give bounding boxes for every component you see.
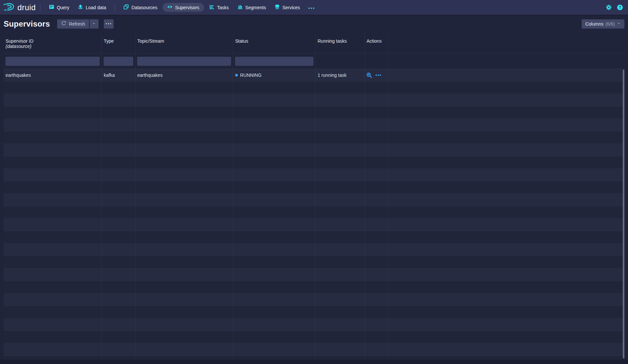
table-row-empty (4, 94, 624, 106)
cell-empty (316, 331, 365, 343)
column-header-actions[interactable]: Actions (365, 33, 388, 53)
cell-empty (102, 181, 135, 193)
cell-empty (316, 293, 365, 306)
vertical-scrollbar-thumb[interactable] (623, 70, 624, 358)
cell-empty (135, 318, 233, 331)
filter-status-input[interactable] (235, 56, 314, 66)
cell-empty (102, 268, 135, 281)
cell-empty (316, 131, 365, 143)
cell-empty (365, 268, 388, 281)
cell-empty-filler (388, 131, 624, 143)
cell-empty (102, 256, 135, 268)
cell-empty (233, 81, 316, 94)
search-detail-icon[interactable] (366, 72, 372, 78)
cell-empty (233, 231, 316, 243)
cell-empty (316, 119, 365, 131)
column-header-topic-stream[interactable]: Topic/Stream (135, 33, 233, 53)
cell-filler (388, 69, 624, 81)
cell-empty (4, 94, 102, 106)
columns-count: (6/6) (605, 21, 615, 27)
cell-empty (102, 144, 135, 156)
columns-dropdown-button[interactable]: Columns (6/6) (582, 19, 624, 29)
cell-empty (316, 144, 365, 156)
druid-logo[interactable]: druid (3, 2, 36, 13)
cell-empty (233, 156, 316, 168)
cell-empty (316, 181, 365, 193)
cell-empty (135, 293, 233, 306)
cell-empty-filler (388, 94, 624, 106)
more-actions-button[interactable]: ••• (104, 19, 114, 29)
cell-empty (316, 156, 365, 168)
column-header-status[interactable]: Status (233, 33, 316, 53)
settings-gear-icon[interactable] (606, 4, 612, 11)
row-more-actions-icon[interactable]: ••• (375, 73, 382, 77)
cell-empty (135, 156, 233, 168)
filter-cell (316, 54, 365, 69)
cell-empty (365, 244, 388, 256)
cell-empty-filler (388, 156, 624, 168)
cell-empty (135, 119, 233, 131)
table-row-empty (4, 144, 624, 156)
navbar-divider (115, 4, 115, 11)
cell-empty (102, 306, 135, 318)
cell-empty (135, 343, 233, 355)
navbar-more-menu[interactable] (304, 0, 319, 15)
cell-empty (4, 281, 102, 293)
column-header-type[interactable]: Type (102, 33, 135, 53)
refresh-icon (61, 21, 66, 27)
cell-empty (102, 169, 135, 181)
cell-empty (4, 231, 102, 243)
cell-empty (365, 318, 388, 331)
cell-empty (233, 219, 316, 231)
cell-empty (365, 194, 388, 206)
column-header-supervisor-id[interactable]: Supervisor ID (datasource) (4, 33, 102, 53)
cell-empty (233, 206, 316, 218)
nav-item-query[interactable]: Query (45, 0, 74, 15)
cell-empty-filler (388, 81, 624, 94)
cell-empty (4, 343, 102, 355)
supervisors-view: Supervisors Refresh ••• Columns (6/6) (0, 15, 628, 360)
help-icon[interactable]: ? (617, 4, 623, 11)
table-row-empty (4, 181, 624, 194)
nav-item-tasks[interactable]: Tasks (205, 0, 233, 15)
cell-empty (102, 81, 135, 94)
cell-actions: ••• (365, 69, 388, 81)
svg-text:?: ? (619, 5, 621, 10)
cell-empty (233, 256, 316, 268)
filter-type-input[interactable] (103, 56, 133, 66)
cell-empty (4, 181, 102, 193)
table-row-earthquakes: earthquakes kafka earthquakes RUNNING 1 … (4, 69, 624, 81)
cell-empty (102, 281, 135, 293)
cell-empty (316, 306, 365, 318)
cell-empty (233, 268, 316, 281)
cell-empty-filler (388, 281, 624, 293)
refresh-interval-dropdown-button[interactable] (90, 19, 99, 29)
table-body: earthquakes kafka earthquakes RUNNING 1 … (4, 69, 624, 360)
nav-item-segments[interactable]: Segments (233, 0, 270, 15)
cell-empty (135, 106, 233, 118)
cell-empty (102, 119, 135, 131)
filter-supervisor-id-input[interactable] (5, 56, 100, 66)
nav-item-supervisors[interactable]: Supervisors (162, 0, 205, 15)
cell-empty (316, 356, 365, 360)
view-control-bar: Supervisors Refresh ••• Columns (6/6) (0, 15, 628, 33)
filter-topic-stream-input[interactable] (137, 56, 231, 66)
cell-empty (365, 181, 388, 193)
cell-empty (135, 281, 233, 293)
cell-empty (4, 318, 102, 331)
cell-empty-filler (388, 144, 624, 156)
cell-empty (233, 169, 316, 181)
refresh-button[interactable]: Refresh (57, 19, 89, 29)
nav-item-datasources[interactable]: Datasources (119, 0, 162, 15)
table-header-row: Supervisor ID (datasource) Type Topic/St… (4, 33, 624, 54)
refresh-button-label: Refresh (69, 21, 85, 27)
cell-empty (316, 318, 365, 331)
nav-item-label: Supervisors (175, 5, 199, 10)
nav-item-services[interactable]: Services (270, 0, 304, 15)
columns-button-label: Columns (585, 21, 603, 27)
column-header-filler (388, 33, 624, 53)
column-header-running-tasks[interactable]: Running tasks (316, 33, 365, 53)
table-row-empty (4, 194, 624, 206)
nav-item-load-data[interactable]: Load data (74, 0, 110, 15)
cell-empty (316, 268, 365, 281)
